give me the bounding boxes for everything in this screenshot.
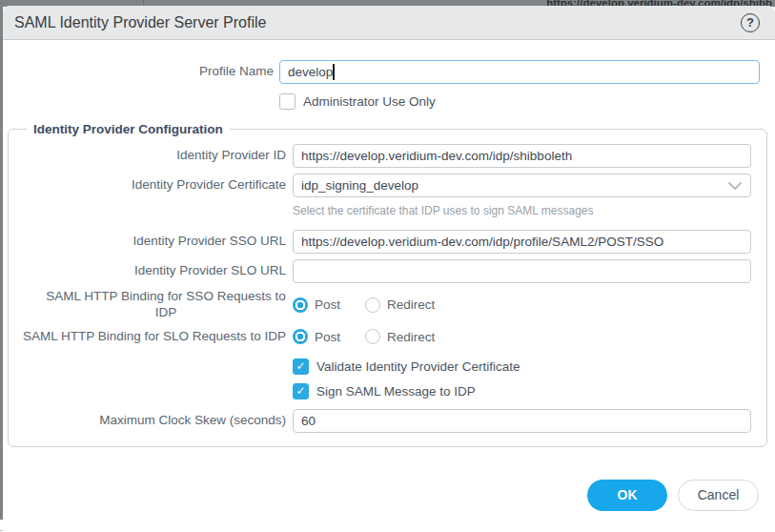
- checkbox-icon[interactable]: ✓: [293, 383, 309, 399]
- administrator-use-only-row: Administrator Use Only: [3, 93, 775, 110]
- identity-provider-id-label: Identity Provider ID: [19, 148, 286, 164]
- radio-icon[interactable]: [293, 329, 308, 344]
- certificate-help-row: Select the certificate that IDP uses to …: [19, 203, 751, 230]
- help-icon[interactable]: ?: [741, 13, 760, 32]
- dialog-body: Profile Name Administrator Use Only Iden…: [3, 40, 775, 532]
- radio-icon[interactable]: [365, 329, 380, 344]
- validate-certificate-label: Validate Identity Provider Certificate: [316, 359, 520, 374]
- maximum-clock-skew-row: Maximum Clock Skew (seconds): [19, 409, 751, 433]
- identity-provider-slo-url-input[interactable]: [293, 259, 751, 283]
- sign-saml-message-label: Sign SAML Message to IDP: [316, 384, 476, 399]
- validate-certificate-row: ✓ Validate Identity Provider Certificate: [19, 358, 751, 375]
- identity-provider-slo-url-label: Identity Provider SLO URL: [19, 263, 286, 279]
- dialog-title: SAML Identity Provider Server Profile: [14, 14, 741, 31]
- saml-idp-server-profile-dialog: SAML Identity Provider Server Profile ? …: [3, 6, 775, 532]
- identity-provider-sso-url-label: Identity Provider SSO URL: [19, 234, 286, 250]
- profile-name-input[interactable]: [279, 60, 760, 84]
- sso-binding-redirect-radio[interactable]: Redirect: [365, 297, 435, 313]
- sso-binding-row: SAML HTTP Binding for SSO Requests to ID…: [19, 289, 751, 321]
- cancel-button[interactable]: Cancel: [678, 480, 759, 511]
- dropdown-selected-value: idp_signing_develop: [301, 178, 727, 193]
- profile-name-label: Profile Name: [3, 64, 274, 80]
- slo-binding-radio-group: Post Redirect: [293, 329, 435, 344]
- identity-provider-slo-url-row: Identity Provider SLO URL: [19, 259, 751, 283]
- sso-binding-label: SAML HTTP Binding for SSO Requests to ID…: [19, 289, 286, 321]
- slo-binding-redirect-radio[interactable]: Redirect: [365, 329, 435, 344]
- identity-provider-id-row: Identity Provider ID: [19, 144, 751, 168]
- profile-name-row: Profile Name: [3, 60, 775, 84]
- identity-provider-id-input[interactable]: [293, 144, 751, 168]
- checkbox-icon[interactable]: [279, 93, 296, 110]
- slo-binding-post-radio[interactable]: Post: [293, 329, 340, 344]
- identity-provider-sso-url-row: Identity Provider SSO URL: [19, 230, 751, 254]
- checkbox-icon[interactable]: ✓: [293, 358, 309, 375]
- identity-provider-certificate-dropdown[interactable]: idp_signing_develop: [293, 174, 751, 197]
- text-caret: [333, 64, 335, 80]
- radio-icon[interactable]: [293, 297, 308, 313]
- maximum-clock-skew-input[interactable]: [293, 409, 751, 433]
- administrator-use-only-checkbox[interactable]: Administrator Use Only: [279, 93, 436, 110]
- identity-provider-sso-url-input[interactable]: [293, 230, 751, 254]
- validate-certificate-checkbox[interactable]: ✓ Validate Identity Provider Certificate: [293, 358, 520, 375]
- sign-saml-message-row: ✓ Sign SAML Message to IDP: [19, 383, 751, 399]
- sign-saml-message-checkbox[interactable]: ✓ Sign SAML Message to IDP: [293, 383, 476, 399]
- radio-icon[interactable]: [365, 297, 380, 313]
- ok-button[interactable]: OK: [587, 480, 667, 511]
- chevron-down-icon: [727, 181, 743, 191]
- identity-provider-configuration-section: Identity Provider Configuration Identity…: [8, 122, 767, 447]
- certificate-help-text: Select the certificate that IDP uses to …: [293, 203, 751, 217]
- sso-binding-post-radio[interactable]: Post: [293, 297, 340, 313]
- sso-binding-radio-group: Post Redirect: [293, 297, 435, 313]
- maximum-clock-skew-label: Maximum Clock Skew (seconds): [19, 413, 286, 429]
- dialog-footer: OK Cancel: [3, 480, 775, 511]
- identity-provider-certificate-label: Identity Provider Certificate: [19, 177, 286, 194]
- section-legend: Identity Provider Configuration: [27, 122, 230, 136]
- slo-binding-label: SAML HTTP Binding for SLO Requests to ID…: [19, 329, 286, 345]
- slo-binding-row: SAML HTTP Binding for SLO Requests to ID…: [19, 329, 751, 345]
- administrator-use-only-label: Administrator Use Only: [303, 94, 436, 109]
- dialog-titlebar: SAML Identity Provider Server Profile ?: [3, 6, 775, 40]
- identity-provider-certificate-row: Identity Provider Certificate idp_signin…: [19, 174, 751, 197]
